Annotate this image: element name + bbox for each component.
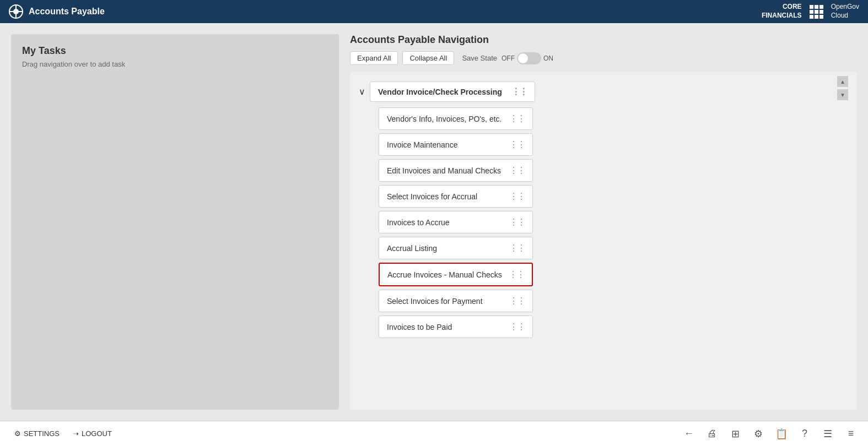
settings-icon: ⚙	[14, 429, 21, 438]
bottom-right-controls: ← 🖨 ⊞ ⚙ 📋 ? ☰ ≡	[681, 426, 859, 442]
logout-label: LOGOUT	[82, 429, 112, 438]
scroll-arrows: ▲ ▼	[837, 76, 848, 100]
nav-item-0[interactable]: Vendor's Info, Invoices, PO's, etc.⋮⋮	[379, 107, 533, 130]
toggle-switch[interactable]	[517, 52, 541, 64]
nav-item-label-3: Select Invoices for Accrual	[387, 192, 477, 201]
nav-item-drag-handle-8: ⋮⋮	[509, 322, 525, 332]
nav-item-label-0: Vendor's Info, Invoices, PO's, etc.	[387, 115, 502, 123]
nav-item-label-5: Accrual Listing	[387, 244, 437, 253]
nav-item-drag-handle-1: ⋮⋮	[509, 139, 525, 150]
nav-panel: Accounts Payable Navigation Expand All C…	[350, 34, 857, 410]
nav-item-label-7: Select Invoices for Payment	[387, 297, 483, 306]
nav-item-3[interactable]: Select Invoices for Accrual⋮⋮	[379, 185, 533, 208]
expand-all-button[interactable]: Expand All	[350, 51, 398, 65]
app-title: Accounts Payable	[29, 7, 105, 17]
settings-button[interactable]: ⚙ SETTINGS	[9, 427, 65, 440]
settings-gear-button[interactable]: ⚙	[750, 426, 767, 442]
nav-item-1[interactable]: Invoice Maintenance⋮⋮	[379, 133, 533, 156]
nav-controls: Expand All Collapse All Save State OFF O…	[350, 51, 857, 65]
nav-item-label-8: Invoices to be Paid	[387, 323, 452, 331]
chevron-down-icon[interactable]: ∨	[359, 86, 365, 97]
toggle-off-label: OFF	[502, 55, 515, 62]
nav-item-8[interactable]: Invoices to be Paid⋮⋮	[379, 316, 533, 338]
nav-item-drag-handle-2: ⋮⋮	[509, 165, 525, 176]
nav-list-area: ∨ Vendor Invoice/Check Processing ⋮⋮ Ven…	[350, 72, 857, 410]
logout-icon: ➝	[73, 429, 79, 438]
top-navigation: Accounts Payable COREFINANCIALS OpenGovC…	[0, 0, 868, 23]
clipboard-button[interactable]: 📋	[773, 426, 790, 442]
bottom-bar: ⚙ SETTINGS ➝ LOGOUT ← 🖨 ⊞ ⚙ 📋 ? ☰ ≡	[0, 421, 868, 446]
drag-handle-icon: ⋮⋮	[511, 86, 527, 97]
nav-item-drag-handle-5: ⋮⋮	[509, 243, 525, 253]
nav-item-drag-handle-0: ⋮⋮	[509, 113, 525, 124]
nav-item-label-4: Invoices to Accrue	[387, 218, 450, 227]
print-button[interactable]: 🖨	[704, 426, 720, 442]
scroll-up-arrow[interactable]: ▲	[837, 76, 848, 87]
nav-item-7[interactable]: Select Invoices for Payment⋮⋮	[379, 290, 533, 312]
nav-item-label-2: Edit Invoices and Manual Checks	[387, 166, 501, 175]
nav-item-drag-handle-6: ⋮⋮	[509, 269, 524, 280]
bottom-left-controls: ⚙ SETTINGS ➝ LOGOUT	[9, 427, 117, 440]
section-title-button[interactable]: Vendor Invoice/Check Processing ⋮⋮	[370, 81, 535, 102]
nav-items-list: Vendor's Info, Invoices, PO's, etc.⋮⋮Inv…	[359, 107, 848, 338]
settings-label: SETTINGS	[24, 429, 60, 438]
nav-item-label-1: Invoice Maintenance	[387, 140, 457, 149]
nav-panel-header: Accounts Payable Navigation Expand All C…	[350, 34, 857, 65]
scroll-down-arrow[interactable]: ▼	[837, 89, 848, 100]
help-button[interactable]: ?	[796, 426, 813, 442]
collapse-all-button[interactable]: Collapse All	[402, 51, 454, 65]
my-tasks-panel: My Tasks Drag navigation over to add tas…	[11, 34, 339, 410]
nav-panel-title: Accounts Payable Navigation	[350, 34, 857, 46]
nav-section-header: ∨ Vendor Invoice/Check Processing ⋮⋮	[359, 81, 848, 102]
my-tasks-title: My Tasks	[22, 45, 328, 57]
filter-button[interactable]: ≡	[843, 426, 859, 442]
nav-item-2[interactable]: Edit Invoices and Manual Checks⋮⋮	[379, 159, 533, 182]
nav-item-label-6: Accrue Invoices - Manual Checks	[387, 270, 502, 279]
section-title-label: Vendor Invoice/Check Processing	[378, 88, 502, 96]
nav-section: ∨ Vendor Invoice/Check Processing ⋮⋮ Ven…	[350, 77, 857, 342]
my-tasks-subtitle: Drag navigation over to add task	[22, 60, 328, 68]
nav-item-6[interactable]: Accrue Invoices - Manual Checks⋮⋮	[379, 263, 533, 286]
core-financials-label: COREFINANCIALS	[762, 3, 802, 20]
toggle-on-label: ON	[543, 55, 553, 62]
app-logo-icon	[9, 4, 23, 19]
nav-item-drag-handle-7: ⋮⋮	[509, 296, 525, 306]
grid-icon[interactable]	[810, 5, 823, 19]
save-state-label: Save State	[462, 54, 497, 62]
nav-item-drag-handle-4: ⋮⋮	[509, 217, 525, 227]
grid-view-button[interactable]: ⊞	[727, 426, 743, 442]
nav-item-drag-handle-3: ⋮⋮	[509, 191, 525, 202]
opengov-cloud-label: OpenGovCloud	[831, 3, 859, 20]
nav-item-4[interactable]: Invoices to Accrue⋮⋮	[379, 211, 533, 233]
main-content: My Tasks Drag navigation over to add tas…	[0, 23, 868, 421]
save-state-toggle[interactable]: OFF ON	[502, 52, 553, 64]
logout-button[interactable]: ➝ LOGOUT	[67, 427, 117, 440]
list-view-button[interactable]: ☰	[820, 426, 836, 442]
nav-item-5[interactable]: Accrual Listing⋮⋮	[379, 237, 533, 259]
back-button[interactable]: ←	[681, 426, 697, 442]
